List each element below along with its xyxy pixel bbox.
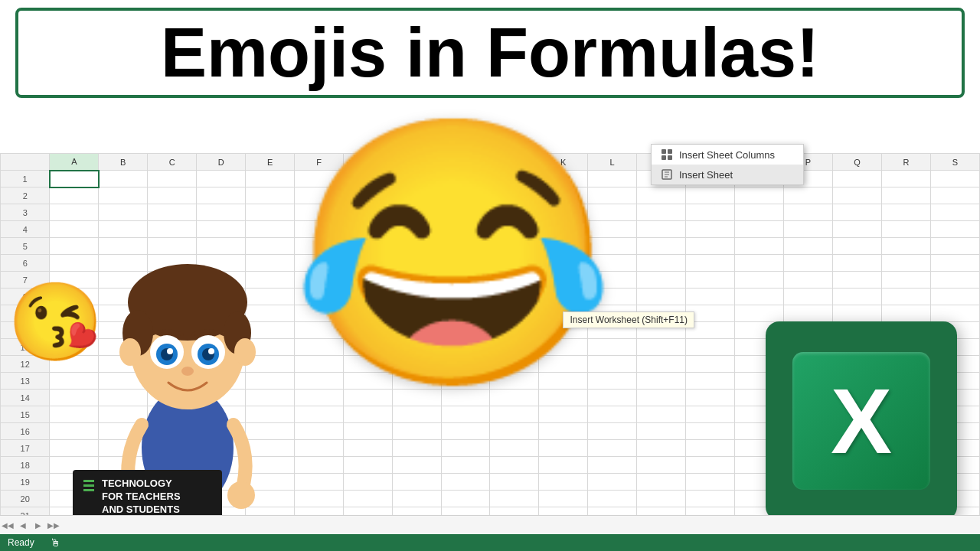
cell-M20[interactable] (636, 491, 685, 507)
cell-P3[interactable] (784, 204, 833, 221)
cell-F20[interactable] (295, 491, 344, 507)
cell-N16[interactable] (686, 423, 735, 440)
cell-I17[interactable] (441, 440, 490, 457)
cell-A5[interactable] (50, 238, 99, 255)
cell-I20[interactable] (441, 491, 490, 507)
cell-B1[interactable] (99, 171, 148, 187)
cell-N20[interactable] (686, 491, 735, 507)
cell-H15[interactable] (393, 406, 442, 423)
cell-C2[interactable] (148, 187, 197, 204)
cell-R8[interactable] (881, 289, 930, 305)
cell-K20[interactable] (539, 491, 588, 507)
cell-Q8[interactable] (832, 289, 881, 305)
cell-E1[interactable] (246, 171, 295, 187)
cell-P4[interactable] (784, 221, 833, 238)
cell-O2[interactable] (734, 187, 783, 204)
cell-N14[interactable] (686, 390, 735, 406)
col-header-q[interactable]: Q (832, 154, 881, 171)
cell-M13[interactable] (636, 373, 685, 390)
cell-L20[interactable] (588, 491, 637, 507)
cell-L19[interactable] (588, 474, 637, 491)
cell-A17[interactable] (50, 440, 99, 457)
cell-A4[interactable] (50, 221, 99, 238)
cell-I16[interactable] (441, 423, 490, 440)
cell-S4[interactable] (930, 221, 979, 238)
cell-A3[interactable] (50, 204, 99, 221)
cell-M2[interactable] (636, 187, 685, 204)
cell-P6[interactable] (784, 255, 833, 272)
cell-N6[interactable] (686, 255, 735, 272)
sheet-nav-next[interactable]: ▶ (31, 517, 46, 533)
cell-F15[interactable] (295, 406, 344, 423)
cell-M14[interactable] (636, 390, 685, 406)
cell-R3[interactable] (881, 204, 930, 221)
cell-P7[interactable] (784, 272, 833, 289)
cell-M5[interactable] (636, 238, 685, 255)
cell-P2[interactable] (784, 187, 833, 204)
cell-A14[interactable] (50, 390, 99, 406)
cell-Q9[interactable] (832, 305, 881, 322)
cell-F16[interactable] (295, 423, 344, 440)
cell-K19[interactable] (539, 474, 588, 491)
cell-J15[interactable] (490, 406, 539, 423)
cell-H16[interactable] (393, 423, 442, 440)
cell-M16[interactable] (636, 423, 685, 440)
cell-O4[interactable] (734, 221, 783, 238)
cell-M12[interactable] (636, 356, 685, 373)
cell-M7[interactable] (636, 272, 685, 289)
cell-R9[interactable] (881, 305, 930, 322)
cell-M17[interactable] (636, 440, 685, 457)
cell-M11[interactable] (636, 339, 685, 356)
cell-J20[interactable] (490, 491, 539, 507)
cell-O8[interactable] (734, 289, 783, 305)
cell-M8[interactable] (636, 289, 685, 305)
cell-R7[interactable] (881, 272, 930, 289)
col-header-r[interactable]: R (881, 154, 930, 171)
cell-R5[interactable] (881, 238, 930, 255)
cell-O7[interactable] (734, 272, 783, 289)
cell-H17[interactable] (393, 440, 442, 457)
cell-S1[interactable] (930, 171, 979, 187)
cell-N8[interactable] (686, 289, 735, 305)
cell-S9[interactable] (930, 305, 979, 322)
cell-J18[interactable] (490, 457, 539, 474)
cell-A13[interactable] (50, 373, 99, 390)
cell-N17[interactable] (686, 440, 735, 457)
cell-O3[interactable] (734, 204, 783, 221)
cell-A16[interactable] (50, 423, 99, 440)
cell-K15[interactable] (539, 406, 588, 423)
col-header-c[interactable]: C (148, 154, 197, 171)
cell-Q3[interactable] (832, 204, 881, 221)
cell-G19[interactable] (343, 474, 392, 491)
cell-N2[interactable] (686, 187, 735, 204)
cell-M15[interactable] (636, 406, 685, 423)
cell-D2[interactable] (197, 187, 246, 204)
cell-Q7[interactable] (832, 272, 881, 289)
cell-J16[interactable] (490, 423, 539, 440)
cell-R1[interactable] (881, 171, 930, 187)
cell-G18[interactable] (343, 457, 392, 474)
cell-M18[interactable] (636, 457, 685, 474)
col-header-s[interactable]: S (930, 154, 979, 171)
cell-A2[interactable] (50, 187, 99, 204)
cell-G20[interactable] (343, 491, 392, 507)
cell-S3[interactable] (930, 204, 979, 221)
cell-O9[interactable] (734, 305, 783, 322)
cell-P8[interactable] (784, 289, 833, 305)
cell-M6[interactable] (636, 255, 685, 272)
cell-E2[interactable] (246, 187, 295, 204)
cell-O6[interactable] (734, 255, 783, 272)
cell-K17[interactable] (539, 440, 588, 457)
sheet-nav-first[interactable]: ◀◀ (0, 517, 15, 533)
sheet-nav-prev[interactable]: ◀ (15, 517, 31, 533)
cell-S5[interactable] (930, 238, 979, 255)
cell-Q6[interactable] (832, 255, 881, 272)
col-header-e[interactable]: E (246, 154, 295, 171)
cell-J19[interactable] (490, 474, 539, 491)
cell-S2[interactable] (930, 187, 979, 204)
cell-N11[interactable] (686, 339, 735, 356)
col-header-b[interactable]: B (99, 154, 148, 171)
cell-O5[interactable] (734, 238, 783, 255)
cell-S7[interactable] (930, 272, 979, 289)
col-header-d[interactable]: D (197, 154, 246, 171)
